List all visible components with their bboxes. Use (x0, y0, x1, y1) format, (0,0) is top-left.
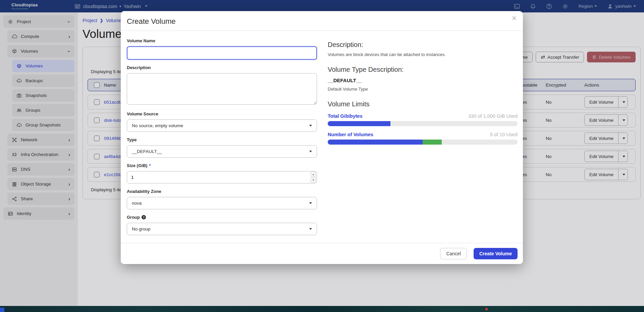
availability-zone-label: Availability Zone (127, 189, 317, 194)
description-heading: Description: (328, 41, 518, 49)
chevron-down-icon (309, 228, 312, 230)
desktop-taskbar-strip (0, 306, 644, 312)
volume-source-label: Volume Source (127, 111, 317, 116)
cancel-button[interactable]: Cancel (440, 248, 467, 259)
volumes-new-fill (423, 140, 442, 145)
chevron-down-icon (309, 202, 312, 204)
total-gibibytes-label: Total Gibibytes (328, 113, 363, 119)
chevron-down-icon (309, 125, 312, 126)
group-value: No group (132, 226, 151, 231)
size-input[interactable] (127, 171, 317, 184)
modal-info-panel: Description: Volumes are block devices t… (328, 32, 518, 243)
modal-footer: Cancel Create Volume (121, 243, 523, 264)
create-volume-form: Volume Name Description Volume Source No… (127, 32, 317, 243)
app-root: Cloudtopiaa Your Cloud Partner cloudtopi… (0, 0, 644, 312)
spinner-down-button[interactable]: ▼ (311, 177, 316, 183)
create-volume-submit-button[interactable]: Create Volume (474, 248, 518, 259)
volume-limits-heading: Volume Limits (328, 100, 518, 108)
description-textarea[interactable] (127, 73, 317, 105)
description-label: Description (127, 65, 317, 70)
volume-type-desc: Default Volume Type (328, 87, 518, 92)
volumes-progress-bar (328, 140, 518, 145)
strip-red-dot (485, 308, 488, 310)
type-select[interactable]: __DEFAULT__ (127, 145, 317, 158)
availability-zone-select[interactable]: nova (127, 197, 317, 209)
strip-blue-square (0, 308, 4, 312)
type-value: __DEFAULT__ (132, 149, 162, 154)
group-label: Group (127, 215, 140, 220)
total-gibibytes-usage: 330 of 1,000 GiB Used (468, 113, 518, 119)
description-body: Volumes are block devices that can be at… (328, 52, 518, 57)
number-of-volumes-label: Number of Volumes (328, 132, 373, 137)
gibibytes-progress-bar (328, 121, 518, 126)
gibibytes-used-fill (328, 121, 390, 126)
chevron-down-icon (309, 151, 312, 152)
volumes-used-fill (328, 140, 423, 145)
volume-source-value: No source, empty volume (132, 123, 183, 128)
modal-body: Volume Name Description Volume Source No… (121, 31, 523, 243)
size-label: Size (GiB) (127, 163, 147, 168)
required-asterisk: * (149, 163, 151, 168)
volume-name-input[interactable] (127, 46, 317, 60)
spinner-up-button[interactable]: ▲ (311, 172, 316, 177)
modal-title: Create Volume (127, 17, 176, 25)
create-volume-modal: Create Volume ✕ Volume Name Description … (121, 11, 523, 264)
number-of-volumes-usage: 5 of 10 Used (490, 132, 518, 137)
close-icon[interactable]: ✕ (512, 15, 517, 21)
modal-header: Create Volume ✕ (121, 11, 523, 31)
group-select[interactable]: No group (127, 223, 317, 235)
type-label: Type (127, 137, 317, 142)
volume-name-label: Volume Name (127, 38, 317, 43)
availability-zone-value: nova (132, 201, 142, 206)
volume-type-description-heading: Volume Type Description: (328, 66, 518, 73)
volume-type-name: __DEFAULT__ (328, 77, 518, 83)
help-icon[interactable]: ? (142, 215, 146, 219)
volume-source-select[interactable]: No source, empty volume (127, 119, 317, 132)
